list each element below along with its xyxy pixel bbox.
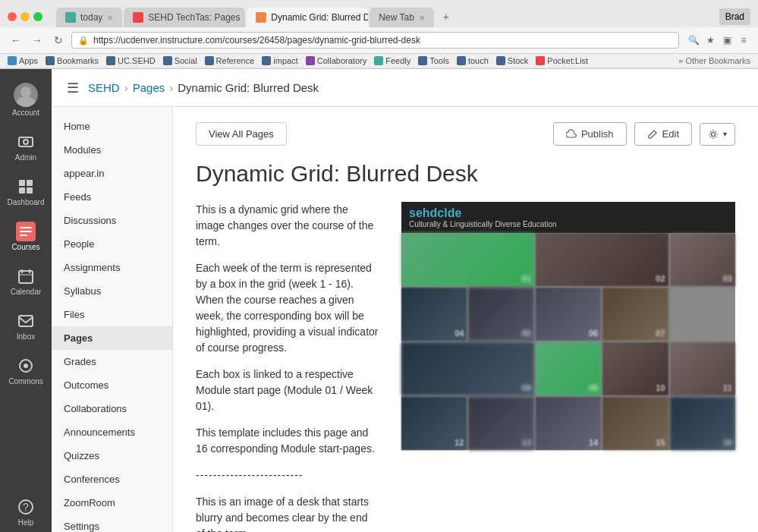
- nav-item-label: Dashboard: [8, 198, 45, 206]
- bookmark-label: Bookmarks: [57, 56, 99, 65]
- bookmark-collaboratory[interactable]: Collaboratory: [306, 56, 366, 65]
- browser-tab-dynamic[interactable]: Dynamic Grid: Blurred Des… ✕: [247, 8, 368, 27]
- chevron-down-icon: ▾: [723, 130, 727, 138]
- grid-image: sehdclde Culturally & Linguistically Div…: [401, 202, 735, 532]
- nav-item-admin[interactable]: Admin: [2, 126, 49, 168]
- course-nav-zoomroom[interactable]: ZoomRoom: [52, 491, 172, 515]
- course-nav-discussions[interactable]: Discussions: [52, 209, 172, 232]
- new-tab-button[interactable]: +: [436, 6, 457, 27]
- bookmark-icon: [536, 56, 545, 65]
- hamburger-menu-icon[interactable]: ☰: [67, 80, 79, 96]
- browser-tabs: today ✕ SEHD TechTas: Pages ✕ Dynamic Gr…: [56, 6, 457, 27]
- tab-close-icon[interactable]: ✕: [107, 14, 113, 22]
- bookmark-pocket[interactable]: Pocket:List: [536, 56, 588, 65]
- close-button[interactable]: [8, 12, 17, 21]
- nav-item-account[interactable]: Account: [2, 77, 49, 123]
- course-nav-quizzes[interactable]: Quizzes: [52, 444, 172, 467]
- bookmark-bookmarks[interactable]: Bookmarks: [46, 56, 99, 65]
- reload-button[interactable]: ↻: [50, 32, 67, 49]
- svg-text:?: ?: [23, 501, 29, 513]
- bookmark-ucsehd[interactable]: UC.SEHD: [106, 56, 156, 65]
- bookmark-touch[interactable]: touch: [457, 56, 489, 65]
- extension-icon[interactable]: ▣: [720, 33, 734, 47]
- course-nav-grades[interactable]: Grades: [52, 350, 172, 373]
- course-nav-announcements[interactable]: Announcements: [52, 420, 172, 444]
- grid-subtitle: Culturally & Linguistically Diverse Educ…: [409, 220, 557, 228]
- nav-item-calendar[interactable]: Calendar: [2, 260, 49, 302]
- course-nav-modules[interactable]: Modules: [52, 138, 172, 162]
- bookmark-label: impact: [273, 56, 297, 65]
- course-nav-settings[interactable]: Settings: [52, 515, 172, 532]
- bookmark-icon: [418, 56, 427, 65]
- browser-nav-bar: ← → ↻ 🔒 https://ucdenver.instructure.com…: [0, 27, 758, 54]
- view-all-pages-button[interactable]: View All Pages: [196, 122, 287, 146]
- courses-icon: [16, 222, 36, 241]
- ssl-lock-icon: 🔒: [78, 36, 89, 46]
- other-bookmarks[interactable]: » Other Bookmarks: [678, 56, 750, 65]
- menu-icon[interactable]: ≡: [737, 33, 750, 47]
- nav-item-dashboard[interactable]: Dashboard: [2, 171, 49, 212]
- svg-rect-6: [19, 187, 25, 194]
- breadcrumb-separator: ›: [169, 81, 173, 94]
- search-icon[interactable]: 🔍: [687, 33, 700, 47]
- nav-item-courses[interactable]: Courses: [2, 216, 49, 257]
- tab-close-icon[interactable]: ✕: [245, 14, 246, 22]
- edit-button[interactable]: Edit: [634, 122, 692, 146]
- course-nav-files[interactable]: Files: [52, 303, 172, 326]
- tab-label: today: [80, 12, 102, 23]
- bookmark-label: Social: [175, 56, 197, 65]
- nav-item-commons[interactable]: Commons: [2, 350, 49, 392]
- settings-button[interactable]: ▾: [700, 123, 735, 146]
- address-text: https://ucdenver.instructure.com/courses…: [93, 35, 420, 46]
- back-button[interactable]: ←: [8, 32, 24, 49]
- action-bar: View All Pages Publish Edit ▾: [196, 122, 735, 146]
- course-nav-people[interactable]: People: [52, 232, 172, 256]
- nav-item-help[interactable]: ? Help: [2, 491, 49, 532]
- browser-tab-new[interactable]: New Tab ✕: [370, 8, 433, 27]
- breadcrumb-org[interactable]: SEHD: [88, 81, 120, 94]
- star-icon[interactable]: ★: [703, 33, 717, 47]
- grid-cell-14: 14: [536, 397, 601, 450]
- browser-tab-sehd[interactable]: SEHD TechTas: Pages ✕: [124, 8, 245, 27]
- course-nav-assignments[interactable]: Assignments: [52, 256, 172, 279]
- paragraph-1: This is a dynamic grid where the image c…: [196, 202, 379, 250]
- course-nav-collaborations[interactable]: Collaborations: [52, 397, 172, 420]
- bookmark-stock[interactable]: Stock: [496, 56, 529, 65]
- browser-tab-today[interactable]: today ✕: [56, 8, 122, 27]
- bookmark-social[interactable]: Social: [163, 56, 197, 65]
- tab-favicon: [133, 12, 143, 23]
- breadcrumb-section[interactable]: Pages: [133, 81, 165, 94]
- course-nav-appear[interactable]: appear.in: [52, 162, 172, 185]
- course-nav-conferences[interactable]: Conferences: [52, 467, 172, 491]
- publish-button[interactable]: Publish: [553, 122, 627, 146]
- course-nav-pages[interactable]: Pages: [52, 326, 172, 350]
- grid-logo: sehdclde: [409, 206, 557, 220]
- gear-icon: [708, 129, 719, 140]
- bookmark-icon: [106, 56, 115, 65]
- bookmark-apps[interactable]: Apps: [8, 56, 38, 65]
- nav-item-inbox[interactable]: Inbox: [2, 305, 49, 347]
- bookmark-feedly[interactable]: Feedly: [374, 56, 410, 65]
- fullscreen-button[interactable]: [33, 12, 42, 21]
- breadcrumb-separator: ›: [124, 81, 128, 94]
- course-nav-feeds[interactable]: Feeds: [52, 185, 172, 209]
- bookmark-icon: [205, 56, 214, 65]
- tab-close-icon[interactable]: ✕: [419, 14, 425, 22]
- calendar-icon: [16, 266, 36, 286]
- publish-label: Publish: [581, 128, 614, 140]
- paragraph-4: This template includes this page and 16 …: [196, 425, 379, 457]
- admin-icon: [16, 132, 36, 152]
- svg-point-1: [17, 96, 35, 107]
- course-nav-outcomes[interactable]: Outcomes: [52, 373, 172, 397]
- bookmark-reference[interactable]: Reference: [205, 56, 255, 65]
- bookmark-label: Stock: [508, 56, 529, 65]
- main-content: View All Pages Publish Edit ▾: [173, 107, 758, 532]
- forward-button[interactable]: →: [29, 32, 46, 49]
- bookmark-tools[interactable]: Tools: [418, 56, 449, 65]
- course-nav-home[interactable]: Home: [52, 115, 172, 138]
- bookmark-impact[interactable]: impact: [262, 56, 297, 65]
- grid-cell-10: 10: [602, 342, 668, 395]
- address-bar[interactable]: 🔒 https://ucdenver.instructure.com/cours…: [71, 32, 679, 49]
- minimize-button[interactable]: [20, 12, 30, 21]
- course-nav-syllabus[interactable]: Syllabus: [52, 279, 172, 303]
